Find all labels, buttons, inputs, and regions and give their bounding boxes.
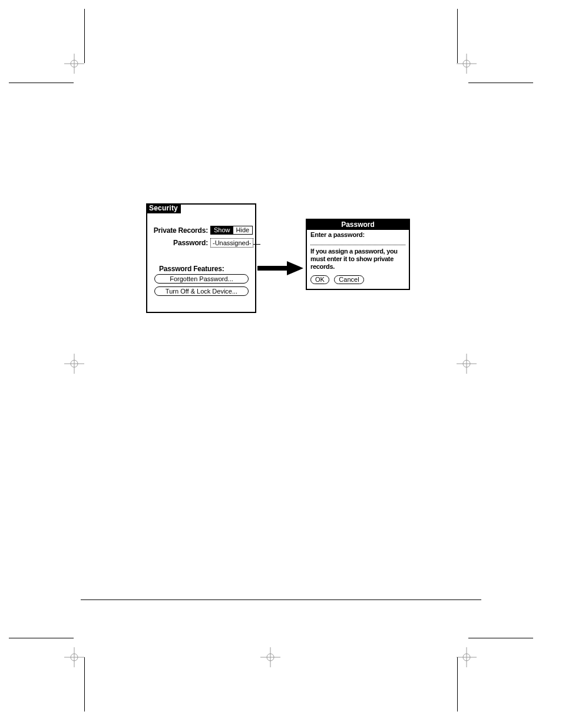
ok-button[interactable]: OK	[310, 275, 329, 284]
svg-point-5	[463, 60, 470, 67]
svg-marker-21	[257, 261, 303, 275]
forgotten-password-button[interactable]: Forgotten Password...	[154, 274, 249, 284]
svg-point-2	[71, 60, 78, 67]
password-value-box[interactable]: -Unassigned-	[210, 238, 253, 248]
svg-point-17	[267, 654, 274, 661]
cancel-button[interactable]: Cancel	[334, 275, 363, 284]
enter-password-prompt: Enter a password:	[310, 231, 405, 238]
password-features-label: Password Features:	[159, 265, 224, 273]
password-dialog-title: Password	[307, 220, 409, 230]
private-records-toggle[interactable]: Show Hide	[210, 226, 253, 235]
footer-rule	[81, 599, 481, 600]
svg-point-14	[71, 654, 78, 661]
password-dialog: Password Enter a password: If you assign…	[306, 219, 410, 290]
password-dialog-message: If you assign a password, you must enter…	[310, 248, 405, 271]
show-option[interactable]: Show	[211, 226, 233, 234]
svg-point-20	[463, 654, 470, 661]
hide-option[interactable]: Hide	[233, 226, 253, 234]
svg-point-8	[71, 360, 78, 367]
security-title: Security	[146, 203, 181, 213]
password-input[interactable]	[310, 239, 405, 245]
arrow-icon	[257, 260, 305, 276]
private-records-label: Private Records:	[147, 226, 210, 235]
turn-off-lock-button[interactable]: Turn Off & Lock Device...	[154, 286, 249, 296]
security-panel: Security Private Records: Show Hide Pass…	[146, 203, 256, 313]
svg-point-11	[463, 360, 470, 367]
password-label: Password:	[147, 239, 210, 247]
